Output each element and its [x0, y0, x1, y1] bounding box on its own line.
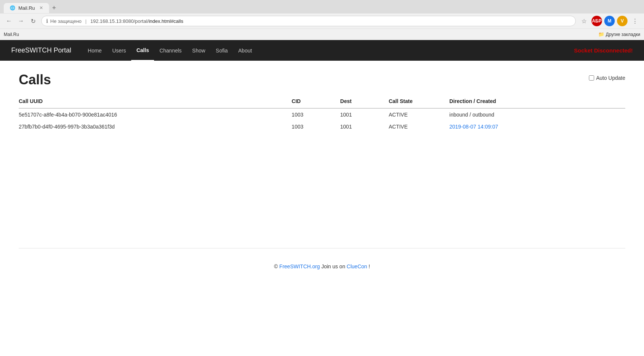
- footer-exclamation: !: [368, 263, 370, 269]
- star-icon: ☆: [581, 18, 587, 25]
- call-dest-2: 1001: [340, 121, 389, 133]
- forward-icon: →: [18, 18, 24, 24]
- call-uuid-1: 5e51707c-a8fe-4b4a-b070-900e81ac4016: [19, 108, 292, 121]
- url-path: index.html#calls: [148, 18, 183, 24]
- call-direction-1: inbound / outbound: [449, 108, 625, 121]
- url-host: 192.168.15.13:8080/portal/: [90, 18, 148, 24]
- call-dest-1: 1001: [340, 108, 389, 121]
- footer-join-text: Join us on: [321, 263, 347, 269]
- nav-buttons: ← → ↻: [4, 16, 38, 26]
- bookmark-star-button[interactable]: ☆: [579, 16, 589, 26]
- menu-button[interactable]: ⋮: [630, 16, 640, 26]
- url-display: 192.168.15.13:8080/portal/index.html#cal…: [90, 18, 183, 24]
- nav-home[interactable]: Home: [82, 41, 107, 60]
- nav-about[interactable]: About: [233, 41, 258, 60]
- browser-chrome: 🌐 Mail.Ru ✕ + ← → ↻ ℹ Не защищено | 192.…: [0, 0, 644, 40]
- nav-channels[interactable]: Channels: [154, 41, 187, 60]
- socket-status: Socket Disconnected!: [574, 47, 633, 54]
- bookmarks-bar: Mail.Ru 📁 Другие закладки: [0, 28, 644, 40]
- app-brand[interactable]: FreeSWITCH Portal: [11, 46, 71, 54]
- call-created-2: 2019-08-07 14:09:07: [449, 121, 625, 133]
- bookmark-folder-other[interactable]: 📁 Другие закладки: [598, 31, 640, 37]
- footer-copyright: ©: [274, 263, 278, 269]
- page-header: Calls Auto Update: [19, 72, 625, 88]
- col-header-cid: CID: [292, 95, 340, 108]
- bookmark-folder-label: Другие закладки: [606, 32, 640, 37]
- col-header-dest: Dest: [340, 95, 389, 108]
- table-row: 5e51707c-a8fe-4b4a-b070-900e81ac4016 100…: [19, 108, 625, 121]
- menu-icon: ⋮: [632, 18, 638, 25]
- col-header-uuid: Call UUID: [19, 95, 292, 108]
- folder-icon: 📁: [598, 31, 604, 37]
- back-icon: ←: [6, 18, 12, 24]
- col-header-direction: Direction / Created: [449, 95, 625, 108]
- footer-cluecon-link[interactable]: ClueCon: [347, 263, 367, 269]
- bookmark-mailru[interactable]: Mail.Ru: [4, 32, 19, 37]
- profile-m[interactable]: М: [604, 16, 615, 26]
- call-cid-1: 1003: [292, 108, 340, 121]
- nav-calls[interactable]: Calls: [131, 40, 154, 61]
- col-header-state: Call State: [389, 95, 449, 108]
- url-separator: |: [85, 18, 87, 24]
- profile-m-label: М: [608, 18, 611, 24]
- tab-close-icon[interactable]: ✕: [39, 5, 43, 10]
- auto-update-checkbox[interactable]: [589, 75, 594, 81]
- page-title: Calls: [19, 72, 51, 88]
- profile-abp-label: АБР: [592, 18, 601, 24]
- tab-title: Mail.Ru: [18, 5, 35, 11]
- forward-button[interactable]: →: [16, 16, 26, 26]
- table-body: 5e51707c-a8fe-4b4a-b070-900e81ac4016 100…: [19, 108, 625, 133]
- tab-favicon: 🌐: [10, 5, 15, 10]
- profile-abp[interactable]: АБР: [592, 16, 602, 26]
- insecure-label: Не защищено: [50, 18, 82, 24]
- refresh-icon: ↻: [31, 18, 36, 25]
- footer: © FreeSWITCH.org Join us on ClueCon !: [19, 248, 625, 277]
- profile-v[interactable]: V: [617, 16, 628, 26]
- nav-show[interactable]: Show: [187, 41, 211, 60]
- main-content: Calls Auto Update Call UUID CID Dest Cal…: [0, 61, 644, 248]
- active-tab[interactable]: 🌐 Mail.Ru ✕: [4, 3, 49, 13]
- call-created-link-2[interactable]: 2019-08-07 14:09:07: [449, 124, 498, 130]
- tab-bar: 🌐 Mail.Ru ✕ +: [0, 0, 644, 13]
- insecure-icon: ℹ: [46, 18, 48, 24]
- auto-update-control: Auto Update: [589, 75, 625, 81]
- browser-action-buttons: ☆ АБР М V ⋮: [579, 16, 640, 26]
- call-cid-2: 1003: [292, 121, 340, 133]
- nav-sofia[interactable]: Sofia: [211, 41, 233, 60]
- new-tab-button[interactable]: +: [52, 4, 56, 12]
- back-button[interactable]: ←: [4, 16, 14, 26]
- call-state-2: ACTIVE: [389, 121, 449, 133]
- app-navbar: FreeSWITCH Portal Home Users Calls Chann…: [0, 40, 644, 61]
- auto-update-label: Auto Update: [596, 75, 625, 81]
- calls-table: Call UUID CID Dest Call State Direction …: [19, 95, 625, 133]
- url-bar[interactable]: ℹ Не защищено | 192.168.15.13:8080/porta…: [41, 16, 576, 26]
- table-row: 27bfb7b0-d4f0-4695-997b-3b3a0a361f3d 100…: [19, 121, 625, 133]
- address-bar: ← → ↻ ℹ Не защищено | 192.168.15.13:8080…: [0, 13, 644, 28]
- profile-v-label: V: [621, 18, 624, 24]
- refresh-button[interactable]: ↻: [28, 16, 38, 26]
- call-state-1: ACTIVE: [389, 108, 449, 121]
- nav-links: Home Users Calls Channels Show Sofia Abo…: [82, 40, 574, 61]
- table-header: Call UUID CID Dest Call State Direction …: [19, 95, 625, 108]
- footer-freeswitch-link[interactable]: FreeSWITCH.org: [279, 263, 320, 269]
- nav-users[interactable]: Users: [107, 41, 131, 60]
- call-uuid-2: 27bfb7b0-d4f0-4695-997b-3b3a0a361f3d: [19, 121, 292, 133]
